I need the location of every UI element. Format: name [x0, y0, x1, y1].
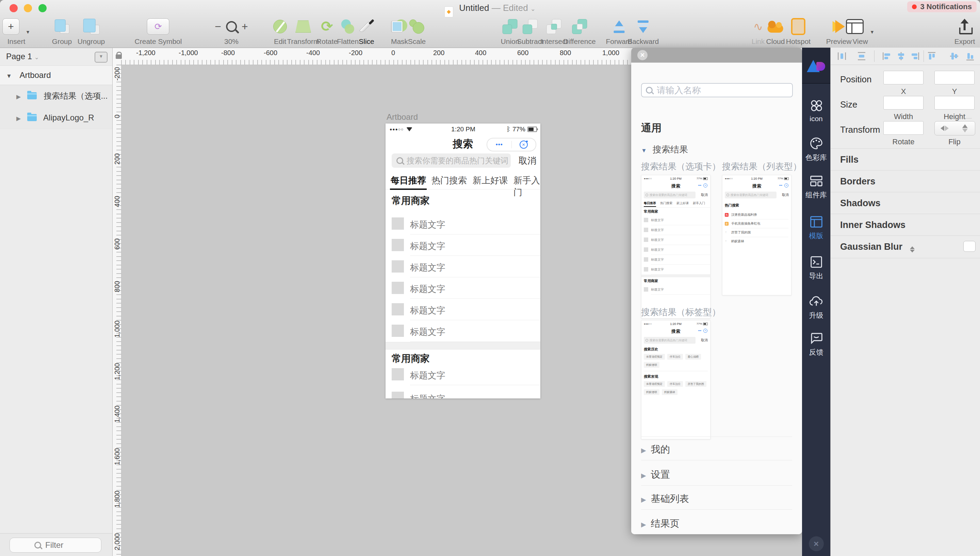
nav-item-templates[interactable]: 模版	[802, 215, 830, 241]
tab-new-course[interactable]: 新上好课	[473, 175, 508, 186]
view-button[interactable]: ▼ View	[846, 16, 875, 45]
list-item[interactable]: 标题文字	[386, 364, 540, 385]
filter-input[interactable]	[45, 540, 77, 550]
zoom-in-button[interactable]: +	[242, 20, 248, 33]
borders-section[interactable]: Borders	[840, 176, 875, 187]
section-settings[interactable]: ▶设置	[641, 468, 670, 481]
disclosure-down-icon[interactable]: ▼	[641, 147, 647, 154]
list-item[interactable]: 标题文字	[386, 277, 540, 299]
close-circle-button[interactable]: ×	[512, 141, 536, 149]
slice-button[interactable]: Slice	[358, 16, 374, 45]
flatten-button[interactable]: Flatten	[337, 16, 358, 45]
notifications-badge[interactable]: 3 Notifications	[907, 2, 977, 12]
tab-daily[interactable]: 每日推荐	[391, 175, 426, 186]
nav-item-color-library[interactable]: 色彩库	[802, 137, 830, 162]
component-card-tab-type[interactable]: ●●●○○ 1:20 PM 77% 搜索 •••× 搜索你需要的商品热门关键词 …	[641, 175, 710, 318]
mask-button[interactable]: Mask	[391, 16, 408, 45]
page-list-toggle-icon[interactable]: ▼	[95, 52, 108, 63]
cancel-button[interactable]: 取消	[518, 155, 536, 167]
align-left-icon[interactable]	[882, 51, 892, 61]
layer-filter-field[interactable]	[10, 538, 102, 553]
zoom-out-button[interactable]: −	[215, 20, 221, 33]
ungroup-button[interactable]: Ungroup	[77, 16, 105, 45]
list-item[interactable]: 标题文字	[386, 299, 540, 320]
gaussian-blur-checkbox[interactable]	[963, 241, 975, 252]
distribute-vertically-icon[interactable]	[856, 51, 867, 61]
nav-item-component-library[interactable]: 组件库	[802, 174, 830, 200]
section-mine[interactable]: ▶我的	[641, 443, 670, 456]
edit-button[interactable]: Edit	[273, 16, 287, 45]
tab-hot[interactable]: 热门搜索	[431, 175, 467, 186]
height-field[interactable]	[935, 96, 975, 110]
inner-shadows-section[interactable]: Inner Shadows	[840, 220, 906, 230]
link-button[interactable]: ∿ Link	[752, 16, 765, 45]
lock-icon[interactable]	[116, 55, 122, 59]
align-right-icon[interactable]	[910, 51, 920, 61]
more-button[interactable]: •••	[487, 141, 512, 148]
scale-button[interactable]: Scale	[408, 16, 426, 45]
close-icon[interactable]: ×	[637, 50, 647, 60]
disclosure-down-icon[interactable]: ▼	[6, 73, 12, 79]
section-result-page[interactable]: ▶结果页	[641, 517, 680, 530]
nav-item-icon-library[interactable]: icon	[802, 99, 830, 123]
list-item[interactable]: 标题文字	[386, 387, 540, 398]
create-symbol-button[interactable]: ⟳ Create Symbol	[135, 16, 182, 45]
nav-item-upgrade[interactable]: 升级	[802, 295, 830, 320]
backward-button[interactable]: Backward	[628, 16, 659, 45]
nav-item-feedback[interactable]: 反馈	[802, 331, 830, 357]
section-basic-list[interactable]: ▶基础列表	[641, 492, 689, 505]
align-center-horizontal-icon[interactable]	[896, 51, 906, 61]
width-field[interactable]	[883, 96, 923, 110]
layer-row-search-result[interactable]: ▶ 搜索结果（选项...	[0, 85, 112, 107]
align-bottom-icon[interactable]	[965, 51, 975, 61]
align-middle-vertical-icon[interactable]	[949, 51, 959, 61]
disclosure-right-icon[interactable]: ▶	[16, 115, 21, 122]
flip-vertical-button[interactable]	[958, 118, 972, 139]
list-item[interactable]: 标题文字	[386, 213, 540, 234]
plugin-logo[interactable]	[802, 48, 830, 84]
page-selector[interactable]: Page 1 ⌄ ▼	[0, 48, 112, 65]
subtract-button[interactable]: Subtract	[517, 16, 543, 45]
fills-section[interactable]: Fills	[840, 155, 859, 165]
list-item[interactable]: 标题文字	[386, 234, 540, 256]
hotspot-button[interactable]: Hotspot	[786, 16, 810, 45]
title-chevron-icon[interactable]: ⌄	[531, 5, 536, 12]
align-top-icon[interactable]	[927, 51, 937, 61]
search-field[interactable]: 搜索你需要的商品热门关键词	[392, 154, 511, 168]
flip-horizontal-button[interactable]	[935, 121, 955, 135]
mini-capsule: •••×	[698, 183, 707, 187]
shadows-section[interactable]: Shadows	[840, 198, 881, 208]
artboard-canvas[interactable]: ●●●○○ 1:20 PM ᛒ 77% 搜索 ••• × 搜索你需要的商品热门关…	[386, 123, 540, 398]
difference-button[interactable]: Difference	[563, 16, 596, 45]
layer-row-alipay-logo[interactable]: ▶ AlipayLogo_R	[0, 107, 112, 129]
component-card-list-type[interactable]: ●●●○○ 1:20 PM 77% 搜索 •••× 搜索你需要的商品热门关键词 …	[722, 175, 791, 295]
zoom-control[interactable]: − + 30%	[215, 16, 248, 45]
artboard-group-row[interactable]: ▼ Artboard	[0, 65, 112, 85]
stepper-chevrons-icon[interactable]	[910, 246, 915, 252]
rotate-field[interactable]	[883, 121, 923, 135]
export-button[interactable]: Export	[954, 16, 975, 45]
component-search-field[interactable]	[641, 83, 793, 97]
position-x-field[interactable]	[883, 71, 923, 84]
cloud-button[interactable]: Cloud	[766, 16, 785, 45]
rotate-icon: ⟳	[321, 19, 333, 34]
component-search-input[interactable]	[656, 85, 780, 96]
gaussian-blur-section[interactable]: Gaussian Blur	[840, 242, 915, 252]
position-y-field[interactable]	[935, 71, 975, 84]
insert-button[interactable]: +▼ Insert	[2, 16, 30, 45]
group-button[interactable]: Group	[52, 16, 72, 45]
rotate-button[interactable]: ⟳ Rotate	[316, 16, 337, 45]
disclosure-right-icon[interactable]: ▶	[16, 94, 21, 100]
transform-button[interactable]: Transform	[287, 16, 320, 45]
component-card-tag-type[interactable]: ●●●○○ 1:20 PM 77% 搜索 •••× 搜索你需要的商品热门关键词 …	[641, 320, 710, 439]
vertical-ruler[interactable]: -200 0 200 400 600 800 1,000 1,200 1,400…	[113, 65, 121, 556]
list-item[interactable]: 标题文字	[386, 256, 540, 277]
distribute-horizontally-icon[interactable]	[837, 51, 847, 61]
section-search-results[interactable]: ▼ 搜索结果	[641, 144, 688, 155]
list-item[interactable]: 标题文字	[386, 320, 540, 342]
artboard-title[interactable]: Artboard	[387, 112, 418, 122]
panel-header[interactable]: ×	[631, 48, 802, 63]
nav-item-export[interactable]: 导出	[802, 255, 830, 281]
close-plugin-button[interactable]: ×	[809, 536, 824, 551]
tab-beginner[interactable]: 新手入门	[513, 175, 540, 198]
